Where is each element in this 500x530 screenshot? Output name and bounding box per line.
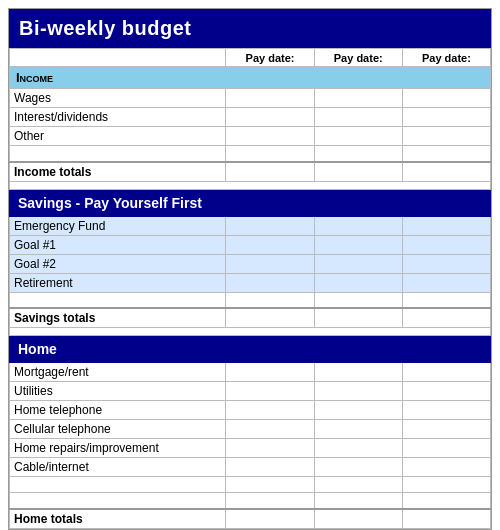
savings-goal2-pay1[interactable] [226, 254, 314, 273]
income-other-label: Other [10, 127, 226, 146]
savings-goal1-label: Goal #1 [10, 235, 226, 254]
home-cable-pay3[interactable] [402, 458, 490, 477]
home-utilities-label: Utilities [10, 382, 226, 401]
savings-retirement-pay2[interactable] [314, 273, 402, 292]
home-totals-pay1[interactable] [226, 509, 314, 529]
income-wages-pay2[interactable] [314, 89, 402, 108]
home-cable-pay2[interactable] [314, 458, 402, 477]
header-label-col [10, 49, 226, 67]
savings-empty-row [10, 292, 491, 308]
home-empty-row2 [10, 493, 491, 509]
table-row: Goal #2 [10, 254, 491, 273]
savings-emergency-pay1[interactable] [226, 216, 314, 235]
home-repairs-pay3[interactable] [402, 439, 490, 458]
table-row: Other [10, 127, 491, 146]
table-row: Utilities [10, 382, 491, 401]
savings-section-header: Savings - Pay Yourself First [10, 189, 491, 216]
table-row: Wages [10, 89, 491, 108]
savings-totals-row: Savings totals [10, 308, 491, 328]
income-interest-pay3[interactable] [402, 108, 490, 127]
home-totals-pay2[interactable] [314, 509, 402, 529]
table-row: Retirement [10, 273, 491, 292]
income-empty-row [10, 146, 491, 162]
income-other-pay2[interactable] [314, 127, 402, 146]
page-title: Bi-weekly budget [9, 9, 491, 48]
savings-goal1-pay3[interactable] [402, 235, 490, 254]
header-pay3: Pay date: [402, 49, 490, 67]
home-totals-row: Home totals [10, 509, 491, 529]
home-section-header: Home [10, 336, 491, 363]
income-totals-row: Income totals [10, 162, 491, 182]
income-spacer [10, 181, 491, 189]
income-wages-pay3[interactable] [402, 89, 490, 108]
income-interest-pay2[interactable] [314, 108, 402, 127]
savings-totals-pay2[interactable] [314, 308, 402, 328]
home-repairs-pay1[interactable] [226, 439, 314, 458]
home-cable-pay1[interactable] [226, 458, 314, 477]
table-row: Cellular telephone [10, 420, 491, 439]
income-other-pay3[interactable] [402, 127, 490, 146]
home-telephone-pay3[interactable] [402, 401, 490, 420]
income-wages-label: Wages [10, 89, 226, 108]
home-telephone-label: Home telephone [10, 401, 226, 420]
income-totals-pay1[interactable] [226, 162, 314, 182]
table-row: Home repairs/improvement [10, 439, 491, 458]
home-utilities-pay2[interactable] [314, 382, 402, 401]
home-empty-row1 [10, 477, 491, 493]
home-cellular-pay3[interactable] [402, 420, 490, 439]
home-cellular-pay2[interactable] [314, 420, 402, 439]
savings-emergency-pay3[interactable] [402, 216, 490, 235]
income-totals-label: Income totals [10, 162, 226, 182]
savings-emergency-pay2[interactable] [314, 216, 402, 235]
home-cellular-pay1[interactable] [226, 420, 314, 439]
savings-totals-label: Savings totals [10, 308, 226, 328]
header-pay1: Pay date: [226, 49, 314, 67]
savings-section-label: Savings - Pay Yourself First [10, 189, 491, 216]
table-row: Goal #1 [10, 235, 491, 254]
savings-emergency-label: Emergency Fund [10, 216, 226, 235]
table-row: Mortgage/rent [10, 363, 491, 382]
home-mortgage-label: Mortgage/rent [10, 363, 226, 382]
table-row: Home telephone [10, 401, 491, 420]
table-row: Cable/internet [10, 458, 491, 477]
home-cellular-label: Cellular telephone [10, 420, 226, 439]
savings-totals-pay1[interactable] [226, 308, 314, 328]
income-totals-pay3[interactable] [402, 162, 490, 182]
savings-goal2-pay3[interactable] [402, 254, 490, 273]
home-cable-label: Cable/internet [10, 458, 226, 477]
savings-totals-pay3[interactable] [402, 308, 490, 328]
home-mortgage-pay2[interactable] [314, 363, 402, 382]
income-interest-label: Interest/dividends [10, 108, 226, 127]
home-totals-pay3[interactable] [402, 509, 490, 529]
table-header: Pay date: Pay date: Pay date: [10, 49, 491, 67]
savings-retirement-pay3[interactable] [402, 273, 490, 292]
income-other-pay1[interactable] [226, 127, 314, 146]
table-row: Interest/dividends [10, 108, 491, 127]
home-repairs-pay2[interactable] [314, 439, 402, 458]
table-row: Emergency Fund [10, 216, 491, 235]
savings-retirement-label: Retirement [10, 273, 226, 292]
home-totals-label: Home totals [10, 509, 226, 529]
income-section-label: Income [10, 67, 491, 89]
home-section-label: Home [10, 336, 491, 363]
home-mortgage-pay1[interactable] [226, 363, 314, 382]
home-telephone-pay2[interactable] [314, 401, 402, 420]
home-telephone-pay1[interactable] [226, 401, 314, 420]
income-interest-pay1[interactable] [226, 108, 314, 127]
home-mortgage-pay3[interactable] [402, 363, 490, 382]
income-wages-pay1[interactable] [226, 89, 314, 108]
home-utilities-pay1[interactable] [226, 382, 314, 401]
income-section-header: Income [10, 67, 491, 89]
home-utilities-pay3[interactable] [402, 382, 490, 401]
income-totals-pay2[interactable] [314, 162, 402, 182]
savings-goal2-pay2[interactable] [314, 254, 402, 273]
savings-retirement-pay1[interactable] [226, 273, 314, 292]
savings-goal1-pay1[interactable] [226, 235, 314, 254]
savings-goal2-label: Goal #2 [10, 254, 226, 273]
savings-spacer [10, 328, 491, 336]
savings-goal1-pay2[interactable] [314, 235, 402, 254]
header-pay2: Pay date: [314, 49, 402, 67]
home-repairs-label: Home repairs/improvement [10, 439, 226, 458]
